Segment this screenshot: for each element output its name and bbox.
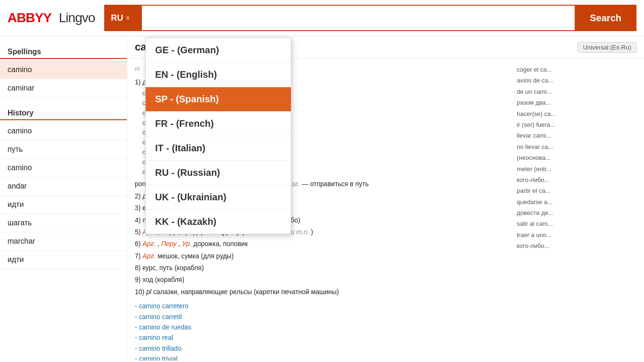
- def-9: 9) ход (корабля): [135, 274, 504, 285]
- lang-arrow-icon: ≡: [126, 15, 129, 21]
- lang-option-kk[interactable]: KK - (Kazakh): [146, 210, 291, 234]
- link-carretil[interactable]: camino carretil: [139, 313, 182, 321]
- source-lang-button[interactable]: RU ≡: [104, 5, 142, 31]
- search-input[interactable]: [142, 5, 575, 31]
- logo-abbyy: ABBYY: [8, 10, 51, 25]
- right-panel: coger el ca... avíos de ca... de un cami…: [512, 58, 644, 257]
- lang-option-en[interactable]: EN - (English): [146, 63, 291, 87]
- search-bar: RU ≡ Search: [104, 5, 636, 31]
- header: ABBYY Lingvo RU ≡ Search: [0, 0, 644, 36]
- history-item-0[interactable]: camino: [0, 122, 127, 140]
- history-item-3[interactable]: andar: [0, 177, 127, 196]
- link-real[interactable]: camino real: [139, 334, 173, 341]
- lang-option-sp[interactable]: SP - (Spanish): [146, 87, 291, 112]
- history-item-5[interactable]: шагать: [0, 214, 127, 232]
- right-panel-text: coger el ca... avíos de ca... de un cami…: [517, 64, 639, 252]
- def-6: 6) Арг. , Перу , Ур. дорожка, половик: [135, 239, 504, 249]
- logo: ABBYY Lingvo: [8, 10, 95, 25]
- def-10: 10) pl салазки, направляющие рельсы (кар…: [135, 287, 504, 297]
- history-item-4[interactable]: идти: [0, 196, 127, 214]
- history-item-2[interactable]: camino: [0, 159, 127, 177]
- logo-lingvo: Lingvo: [59, 10, 95, 25]
- lang-option-ru[interactable]: RU - (Russian): [146, 161, 291, 185]
- link-carretero[interactable]: camino carretero: [139, 302, 189, 310]
- history-item-6[interactable]: marchar: [0, 232, 127, 251]
- history-title: History: [0, 105, 127, 120]
- history-item-1[interactable]: путь: [0, 140, 127, 159]
- lang-option-it[interactable]: IT - (Italian): [146, 136, 291, 161]
- spellings-title: Spellings: [0, 44, 127, 59]
- spelling-item-caminar[interactable]: caminar: [0, 79, 127, 98]
- dict-badge: Universal (Es-Ru): [578, 42, 636, 53]
- link-trillado[interactable]: camino trillado: [139, 345, 182, 352]
- lang-option-ge[interactable]: GE - (German): [146, 38, 291, 63]
- lang-dropdown: GE - (German) EN - (English) SP - (Spani…: [145, 38, 291, 234]
- def-7: 7) Арг. мешок, сумка (для руды): [135, 251, 504, 261]
- link-ruedas[interactable]: camino de ruedas: [139, 323, 191, 331]
- layout: Spellings camino caminar History camino …: [0, 36, 644, 361]
- def-8: 8) курс, путь (корабля): [135, 263, 504, 273]
- sidebar: Spellings camino caminar History camino …: [0, 36, 127, 361]
- lang-option-fr[interactable]: FR - (French): [146, 112, 291, 136]
- lang-option-uk[interactable]: UK - (Ukrainian): [146, 185, 291, 210]
- link-trivial[interactable]: camino trivial: [139, 355, 178, 361]
- history-item-7[interactable]: идти: [0, 251, 127, 269]
- search-button[interactable]: Search: [575, 5, 636, 31]
- spelling-item-camino[interactable]: camino: [0, 61, 127, 79]
- source-lang-label: RU: [111, 13, 123, 23]
- links-section: -camino carretero -camino carretil -cami…: [135, 301, 504, 361]
